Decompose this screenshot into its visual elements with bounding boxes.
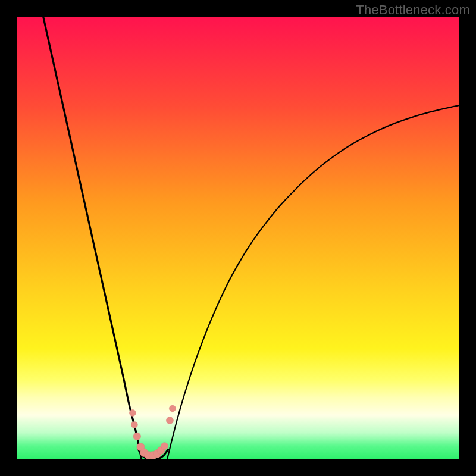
marker-dot [133,433,140,440]
plot-area [17,17,459,459]
gradient-background [17,17,459,459]
marker-dot [166,417,173,424]
marker-dot [131,421,137,428]
plot-svg [17,17,459,459]
marker-dot [169,405,176,412]
chart-frame: TheBottleneck.com [0,0,476,476]
marker-dot [129,409,136,416]
marker-dot [161,443,168,450]
watermark-text: TheBottleneck.com [356,2,470,18]
